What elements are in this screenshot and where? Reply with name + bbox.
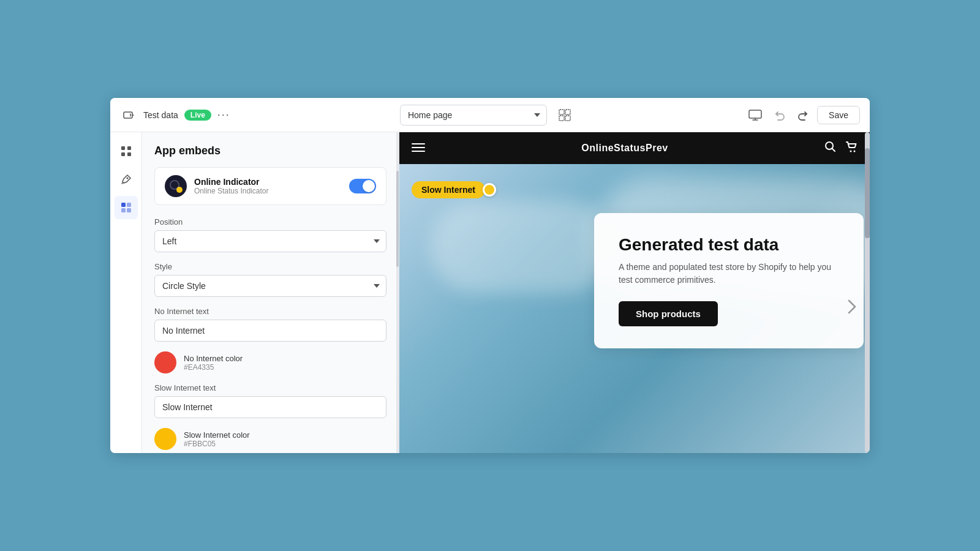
embed-toggle[interactable]	[349, 179, 376, 193]
no-internet-color-row: No Internet color #EA4335	[154, 351, 386, 373]
status-indicator: Slow Internet	[412, 181, 496, 198]
embed-name: Online Indicator	[194, 177, 342, 187]
slow-internet-color-hex: #FBBC05	[184, 440, 250, 448]
svg-rect-13	[121, 208, 126, 212]
cart-icon[interactable]	[845, 141, 858, 156]
hamburger-icon[interactable]	[412, 141, 425, 156]
scroll-track	[396, 132, 399, 453]
top-bar-center: Home page Collections Products	[238, 105, 737, 126]
live-badge: Live	[184, 110, 211, 121]
position-select[interactable]: Left Right Center	[154, 230, 386, 252]
svg-point-21	[854, 150, 856, 152]
no-internet-text-section: No Internet text	[154, 307, 386, 342]
more-options-button[interactable]: ···	[217, 108, 230, 121]
svg-rect-9	[127, 152, 131, 156]
left-panel-scroll: App embeds	[142, 132, 399, 453]
store-name: OnlineStatusPrev	[581, 143, 668, 154]
embed-subtitle: Online Status Indicator	[194, 187, 342, 195]
svg-rect-12	[127, 203, 131, 207]
status-dot	[483, 183, 496, 197]
shop-products-button[interactable]: Shop products	[619, 301, 718, 326]
svg-rect-3	[559, 116, 564, 121]
embed-item: Online Indicator Online Status Indicator	[154, 167, 386, 205]
next-slide-button[interactable]	[845, 297, 858, 320]
svg-rect-0	[124, 112, 132, 118]
svg-rect-7	[127, 146, 131, 150]
svg-rect-1	[559, 110, 564, 114]
icon-sidebar	[110, 132, 142, 453]
style-select[interactable]: Circle Style Bar Style Minimal	[154, 275, 386, 297]
preview-area: OnlineStatusPrev	[399, 132, 870, 453]
test-data-label: Test data	[143, 110, 178, 120]
position-label: Position	[154, 217, 386, 227]
svg-rect-5	[749, 110, 761, 118]
svg-rect-11	[121, 203, 126, 207]
svg-rect-2	[565, 110, 570, 114]
store-hero: Slow Internet Generated test data A them…	[399, 164, 870, 453]
embed-icon	[165, 175, 187, 197]
preview-scrollbar-track	[865, 132, 870, 453]
no-internet-text-label: No Internet text	[154, 307, 386, 316]
left-panel: App embeds	[142, 132, 399, 453]
style-label: Style	[154, 262, 386, 271]
slow-internet-color-swatch[interactable]	[154, 428, 176, 450]
search-icon[interactable]	[824, 141, 837, 156]
hero-description: A theme and populated test store by Shop…	[619, 261, 839, 287]
sidebar-icon-customize[interactable]	[115, 168, 138, 191]
preview-scrollbar-thumb[interactable]	[865, 148, 870, 238]
online-indicator-icon	[167, 178, 184, 195]
preview-store: OnlineStatusPrev	[399, 132, 870, 453]
monitor-button[interactable]	[745, 105, 766, 126]
status-badge: Slow Internet	[412, 181, 485, 198]
undo-button[interactable]	[771, 106, 789, 124]
slow-internet-color-name: Slow Internet color	[184, 430, 250, 440]
redo-button[interactable]	[794, 106, 812, 124]
save-button[interactable]: Save	[817, 106, 860, 124]
svg-rect-14	[127, 208, 131, 212]
back-button[interactable]	[120, 107, 137, 124]
svg-point-10	[126, 178, 128, 179]
sidebar-icon-apps[interactable]	[115, 196, 138, 219]
svg-point-19	[826, 142, 833, 149]
sidebar-icon-grid[interactable]	[115, 140, 138, 163]
top-bar-left: Test data Live ···	[120, 107, 230, 124]
slow-internet-color-row: Slow Internet color #FBBC05	[154, 428, 386, 450]
slow-internet-text-label: Slow Internet text	[154, 383, 386, 392]
body-area: App embeds	[110, 132, 870, 453]
svg-rect-4	[565, 116, 570, 121]
svg-rect-6	[121, 146, 125, 150]
svg-point-18	[178, 188, 181, 192]
hero-card: Generated test data A theme and populate…	[594, 213, 864, 348]
slow-internet-text-section: Slow Internet text	[154, 383, 386, 418]
svg-point-20	[850, 150, 852, 152]
slow-internet-color-info: Slow Internet color #FBBC05	[184, 430, 250, 448]
cursor-tool-button[interactable]	[554, 105, 575, 126]
store-nav-icons	[824, 141, 858, 156]
no-internet-text-input[interactable]	[154, 320, 386, 342]
svg-rect-8	[121, 152, 125, 156]
no-internet-color-name: No Internet color	[184, 354, 243, 363]
style-section: Style Circle Style Bar Style Minimal	[154, 262, 386, 297]
main-window: Test data Live ··· Home page Collections…	[110, 98, 870, 453]
no-internet-color-swatch[interactable]	[154, 351, 176, 373]
scroll-thumb	[396, 171, 399, 267]
no-internet-color-hex: #EA4335	[184, 363, 243, 372]
embed-info: Online Indicator Online Status Indicator	[194, 177, 342, 195]
top-bar: Test data Live ··· Home page Collections…	[110, 98, 870, 132]
page-select[interactable]: Home page Collections Products	[400, 105, 547, 126]
store-nav: OnlineStatusPrev	[399, 132, 870, 164]
panel-title: App embeds	[154, 144, 386, 157]
hero-title: Generated test data	[619, 235, 839, 255]
slow-internet-text-input[interactable]	[154, 396, 386, 418]
position-section: Position Left Right Center	[154, 217, 386, 252]
no-internet-color-info: No Internet color #EA4335	[184, 354, 243, 372]
top-bar-right: Save	[745, 105, 860, 126]
left-panel-content: App embeds	[142, 132, 399, 453]
